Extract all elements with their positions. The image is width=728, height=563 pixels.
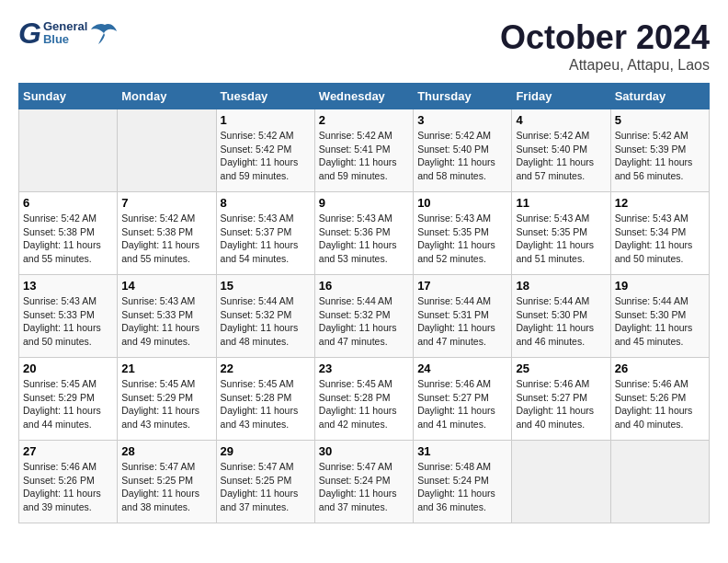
calendar-week-row: 20Sunrise: 5:45 AM Sunset: 5:29 PM Dayli… [19, 358, 710, 441]
day-number: 8 [221, 196, 311, 210]
calendar-cell: 6Sunrise: 5:42 AM Sunset: 5:38 PM Daylig… [19, 192, 118, 275]
calendar-cell: 16Sunrise: 5:44 AM Sunset: 5:32 PM Dayli… [314, 275, 413, 358]
day-info: Sunrise: 5:44 AM Sunset: 5:31 PM Dayligh… [417, 294, 507, 349]
calendar-cell: 3Sunrise: 5:42 AM Sunset: 5:40 PM Daylig… [414, 109, 512, 192]
calendar-cell [610, 441, 709, 523]
column-header-tuesday: Tuesday [216, 84, 314, 109]
calendar-cell: 29Sunrise: 5:47 AM Sunset: 5:25 PM Dayli… [216, 441, 314, 523]
day-number: 12 [615, 196, 705, 210]
day-info: Sunrise: 5:44 AM Sunset: 5:30 PM Dayligh… [516, 294, 606, 349]
day-info: Sunrise: 5:42 AM Sunset: 5:38 PM Dayligh… [121, 212, 211, 266]
logo-general-text: General [43, 20, 87, 33]
day-info: Sunrise: 5:47 AM Sunset: 5:25 PM Dayligh… [221, 460, 311, 514]
day-info: Sunrise: 5:48 AM Sunset: 5:24 PM Dayligh… [417, 460, 507, 514]
column-header-friday: Friday [512, 84, 610, 109]
calendar-week-row: 6Sunrise: 5:42 AM Sunset: 5:38 PM Daylig… [19, 192, 710, 275]
column-header-thursday: Thursday [414, 84, 512, 109]
day-info: Sunrise: 5:42 AM Sunset: 5:41 PM Dayligh… [319, 129, 409, 183]
calendar-cell: 5Sunrise: 5:42 AM Sunset: 5:39 PM Daylig… [610, 109, 709, 192]
calendar-cell: 28Sunrise: 5:47 AM Sunset: 5:25 PM Dayli… [118, 441, 216, 523]
day-number: 23 [319, 362, 409, 375]
day-info: Sunrise: 5:47 AM Sunset: 5:25 PM Dayligh… [121, 460, 211, 514]
day-number: 18 [516, 279, 606, 293]
day-info: Sunrise: 5:47 AM Sunset: 5:24 PM Dayligh… [319, 460, 409, 514]
day-number: 25 [516, 362, 606, 375]
day-number: 4 [516, 113, 606, 127]
calendar-cell: 1Sunrise: 5:42 AM Sunset: 5:42 PM Daylig… [216, 109, 314, 192]
calendar-cell: 27Sunrise: 5:46 AM Sunset: 5:26 PM Dayli… [19, 441, 118, 523]
day-number: 6 [23, 196, 113, 210]
day-info: Sunrise: 5:45 AM Sunset: 5:29 PM Dayligh… [121, 377, 211, 431]
day-info: Sunrise: 5:43 AM Sunset: 5:35 PM Dayligh… [516, 212, 606, 266]
day-info: Sunrise: 5:42 AM Sunset: 5:40 PM Dayligh… [417, 129, 507, 183]
calendar-cell: 14Sunrise: 5:43 AM Sunset: 5:33 PM Dayli… [118, 275, 216, 358]
day-number: 19 [615, 279, 705, 293]
day-info: Sunrise: 5:44 AM Sunset: 5:30 PM Dayligh… [615, 294, 705, 349]
calendar-week-row: 1Sunrise: 5:42 AM Sunset: 5:42 PM Daylig… [19, 109, 710, 192]
day-number: 16 [319, 279, 409, 293]
calendar-cell: 25Sunrise: 5:46 AM Sunset: 5:27 PM Dayli… [512, 358, 610, 441]
calendar-cell: 4Sunrise: 5:42 AM Sunset: 5:40 PM Daylig… [512, 109, 610, 192]
day-info: Sunrise: 5:42 AM Sunset: 5:42 PM Dayligh… [221, 129, 311, 183]
calendar-cell: 20Sunrise: 5:45 AM Sunset: 5:29 PM Dayli… [19, 358, 118, 441]
day-number: 21 [121, 362, 211, 375]
day-number: 31 [417, 444, 507, 458]
day-info: Sunrise: 5:46 AM Sunset: 5:27 PM Dayligh… [417, 377, 507, 431]
logo-bird-icon [91, 20, 119, 46]
day-number: 3 [417, 113, 507, 127]
day-info: Sunrise: 5:42 AM Sunset: 5:40 PM Dayligh… [516, 129, 606, 183]
day-info: Sunrise: 5:46 AM Sunset: 5:27 PM Dayligh… [516, 377, 606, 431]
column-header-wednesday: Wednesday [314, 84, 413, 109]
calendar-cell: 15Sunrise: 5:44 AM Sunset: 5:32 PM Dayli… [216, 275, 314, 358]
day-info: Sunrise: 5:43 AM Sunset: 5:36 PM Dayligh… [319, 212, 409, 266]
calendar-cell: 21Sunrise: 5:45 AM Sunset: 5:29 PM Dayli… [118, 358, 216, 441]
column-header-saturday: Saturday [610, 84, 709, 109]
logo: G General Blue [18, 18, 119, 48]
day-number: 5 [615, 113, 705, 127]
day-number: 10 [417, 196, 507, 210]
page-header: G General Blue October 2024 Attapeu, Att… [18, 18, 710, 74]
calendar-cell: 9Sunrise: 5:43 AM Sunset: 5:36 PM Daylig… [314, 192, 413, 275]
column-header-monday: Monday [118, 84, 216, 109]
calendar-cell: 17Sunrise: 5:44 AM Sunset: 5:31 PM Dayli… [414, 275, 512, 358]
calendar-header-row: SundayMondayTuesdayWednesdayThursdayFrid… [19, 84, 710, 109]
logo-blue-text: Blue [43, 33, 87, 46]
month-title: October 2024 [500, 18, 710, 57]
day-number: 30 [319, 444, 409, 458]
day-info: Sunrise: 5:45 AM Sunset: 5:29 PM Dayligh… [23, 377, 113, 431]
calendar-cell: 24Sunrise: 5:46 AM Sunset: 5:27 PM Dayli… [414, 358, 512, 441]
calendar-week-row: 13Sunrise: 5:43 AM Sunset: 5:33 PM Dayli… [19, 275, 710, 358]
title-block: October 2024 Attapeu, Attapu, Laos [500, 18, 710, 74]
day-info: Sunrise: 5:42 AM Sunset: 5:39 PM Dayligh… [615, 129, 705, 183]
day-number: 29 [221, 444, 311, 458]
day-info: Sunrise: 5:45 AM Sunset: 5:28 PM Dayligh… [319, 377, 409, 431]
day-info: Sunrise: 5:44 AM Sunset: 5:32 PM Dayligh… [319, 294, 409, 349]
day-number: 7 [121, 196, 211, 210]
calendar-cell: 23Sunrise: 5:45 AM Sunset: 5:28 PM Dayli… [314, 358, 413, 441]
day-number: 22 [221, 362, 311, 375]
calendar-cell [512, 441, 610, 523]
calendar-cell [19, 109, 118, 192]
day-number: 24 [417, 362, 507, 375]
column-header-sunday: Sunday [19, 84, 118, 109]
day-number: 2 [319, 113, 409, 127]
day-info: Sunrise: 5:43 AM Sunset: 5:33 PM Dayligh… [23, 294, 113, 349]
calendar-cell: 11Sunrise: 5:43 AM Sunset: 5:35 PM Dayli… [512, 192, 610, 275]
day-number: 9 [319, 196, 409, 210]
day-number: 1 [221, 113, 311, 127]
calendar-cell: 31Sunrise: 5:48 AM Sunset: 5:24 PM Dayli… [414, 441, 512, 523]
day-info: Sunrise: 5:46 AM Sunset: 5:26 PM Dayligh… [615, 377, 705, 431]
day-number: 15 [221, 279, 311, 293]
day-number: 20 [23, 362, 113, 375]
day-info: Sunrise: 5:43 AM Sunset: 5:34 PM Dayligh… [615, 212, 705, 266]
calendar-cell: 10Sunrise: 5:43 AM Sunset: 5:35 PM Dayli… [414, 192, 512, 275]
calendar-cell: 13Sunrise: 5:43 AM Sunset: 5:33 PM Dayli… [19, 275, 118, 358]
day-info: Sunrise: 5:43 AM Sunset: 5:37 PM Dayligh… [221, 212, 311, 266]
calendar-cell: 19Sunrise: 5:44 AM Sunset: 5:30 PM Dayli… [610, 275, 709, 358]
calendar-cell: 2Sunrise: 5:42 AM Sunset: 5:41 PM Daylig… [314, 109, 413, 192]
calendar-cell: 22Sunrise: 5:45 AM Sunset: 5:28 PM Dayli… [216, 358, 314, 441]
calendar-cell: 18Sunrise: 5:44 AM Sunset: 5:30 PM Dayli… [512, 275, 610, 358]
day-number: 13 [23, 279, 113, 293]
logo-g-letter: G [18, 18, 41, 48]
day-info: Sunrise: 5:43 AM Sunset: 5:35 PM Dayligh… [417, 212, 507, 266]
